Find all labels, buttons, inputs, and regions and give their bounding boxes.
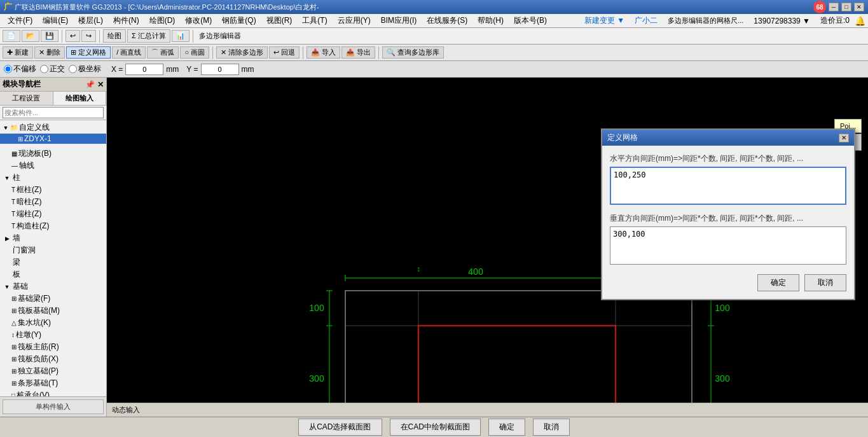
tree-node-pier[interactable]: ↕ 柱墩(Y) (0, 329, 106, 341)
clear-poly-button[interactable]: ✕ 清除多边形 (216, 46, 268, 59)
new-button[interactable]: 📄 (3, 30, 20, 42)
expand-foundation: ▼ (3, 284, 11, 290)
tree-node-foundation[interactable]: ▼ 基础 (0, 281, 106, 293)
tree-node-raft[interactable]: ⊞ 筏板基础(M) (0, 305, 106, 317)
menu-gxiao[interactable]: 广小二 (630, 14, 663, 27)
tree-node-slab[interactable]: ▦ 现浇板(B) (0, 148, 106, 160)
tree-label-board: 板 (13, 269, 20, 280)
menu-version[interactable]: 版本号(B) (509, 14, 552, 27)
tree-node-door[interactable]: 门窗洞 (0, 244, 106, 256)
menu-component[interactable]: 构件(N) (108, 14, 144, 27)
redo-button[interactable]: ↪ (81, 30, 96, 42)
tree-node-board[interactable]: 板 (0, 268, 106, 281)
menu-new-change[interactable]: 新建变更 ▼ (579, 14, 630, 27)
tree-node-axis[interactable]: — 轴线 (0, 160, 106, 172)
menu-file[interactable]: 文件(F) (3, 14, 38, 27)
pin-icon[interactable]: 📌 (85, 80, 95, 89)
polar-option[interactable]: 极坐标 (69, 64, 101, 74)
x-input[interactable] (125, 64, 163, 75)
delete-poly-button[interactable]: ✕ 删除 (34, 46, 65, 59)
query-lib-button[interactable]: 🔍 查询多边形库 (382, 46, 444, 59)
tree-item-label: ZDYX-1 (24, 134, 52, 143)
nav-close-icon[interactable]: ✕ (97, 80, 104, 89)
tree-node-strip[interactable]: ⊞ 条形基础(T) (0, 377, 106, 389)
menu-tools[interactable]: 工具(T) (297, 14, 332, 27)
single-component-btn[interactable]: 单构件输入 (3, 399, 104, 414)
dialog-title: 定义网格 (607, 132, 638, 143)
nav-tabs: 工程设置 绘图输入 (0, 92, 106, 106)
export-button[interactable]: 📤 导出 (341, 46, 375, 59)
tree-node-foundation-beam[interactable]: ⊞ 基础梁(F) (0, 293, 106, 305)
save-button[interactable]: 💾 (41, 30, 59, 42)
svg-text:300: 300 (715, 373, 730, 384)
menu-rebar[interactable]: 钢筋量(Q) (217, 14, 261, 27)
cancel-main-button[interactable]: 取消 (533, 419, 570, 436)
tree-node-sump[interactable]: △ 集水坑(K) (0, 317, 106, 329)
menu-poly-editor[interactable]: 多边形编辑器的网格尺... (663, 15, 748, 27)
open-button[interactable]: 📂 (22, 30, 39, 42)
cad-select-button[interactable]: 从CAD选择截面图 (298, 419, 382, 436)
menu-cloud[interactable]: 云应用(Y) (333, 14, 376, 27)
tab-drawing-input[interactable]: 绘图输入 (53, 92, 107, 105)
tree-node-beam[interactable]: 梁 (0, 256, 106, 268)
menu-modify[interactable]: 修改(M) (180, 14, 217, 27)
titlebar-left: 广 广联达BIM钢筋算量软件 GGJ2013 - [C:\Users\Admin… (4, 1, 319, 13)
report-button[interactable]: 📊 (172, 30, 189, 42)
tree-node-column[interactable]: ▼ 柱 (0, 172, 106, 184)
tree-label-sump: 集水坑(K) (18, 317, 51, 328)
import-button[interactable]: 📥 导入 (307, 46, 340, 59)
undo-draw-button[interactable]: ↩ 回退 (269, 46, 300, 59)
end-col-icon: T (11, 211, 15, 218)
tree-area: ▼ 📁 自定义线 ⊞ ZDYX-1 ▦ 现浇板(B) — 轴线 ▼ (0, 120, 106, 396)
close-button[interactable]: ✕ (854, 3, 864, 11)
dialog-ok-button[interactable]: 确定 (757, 274, 799, 291)
tree-label-raft: 筏板基础(M) (18, 305, 60, 316)
draw-circle-button[interactable]: ○ 画圆 (180, 46, 209, 59)
draw-arc-button[interactable]: ⌒ 画弧 (147, 46, 179, 59)
menu-edit[interactable]: 编辑(E) (38, 14, 73, 27)
tab-project-settings[interactable]: 工程设置 (0, 92, 53, 105)
tree-node-raft-main[interactable]: ⊞ 筏板主筋(R) (0, 341, 106, 353)
sum-button[interactable]: Σ 汇总计算 (127, 29, 170, 43)
confirm-button[interactable]: 确定 (488, 419, 525, 436)
menu-view[interactable]: 视图(R) (261, 14, 298, 27)
menu-online[interactable]: 在线服务(S) (422, 14, 472, 27)
tree-node-pile-cap[interactable]: □ 桩承台(V) (0, 389, 106, 396)
y-input[interactable] (201, 64, 239, 75)
tree-node-dark-col[interactable]: T 暗柱(Z) (0, 196, 106, 208)
menu-help[interactable]: 帮助(H) (472, 14, 509, 27)
menu-bim[interactable]: BIM应用(I) (376, 14, 422, 27)
pile-cap-icon: □ (11, 392, 15, 396)
maximize-button[interactable]: □ (841, 3, 851, 11)
search-input[interactable] (3, 107, 104, 118)
tree-node-struct-col[interactable]: T 构造柱(Z) (0, 220, 106, 232)
menu-floor[interactable]: 楼层(L) (73, 14, 108, 27)
dialog-close-button[interactable]: ✕ (839, 134, 849, 142)
tree-node-wall[interactable]: ▶ 墙 (0, 232, 106, 244)
bottom-panel: 单构件输入 (0, 396, 106, 417)
tree-node-end-col[interactable]: T 端柱(Z) (0, 208, 106, 220)
minimize-button[interactable]: ─ (829, 3, 839, 11)
no-move-option[interactable]: 不偏移 (4, 64, 36, 74)
undo-button[interactable]: ↩ (65, 30, 80, 42)
tree-label-isolated: 独立基础(P) (18, 366, 59, 377)
separator1 (62, 30, 62, 43)
tree-node-frame-col[interactable]: T 框柱(Z) (0, 184, 106, 196)
h-direction-input[interactable]: 100,250 (610, 167, 846, 205)
tree-node-custom-line-header[interactable]: ▼ 📁 自定义线 (0, 121, 106, 134)
orthogonal-option[interactable]: 正交 (40, 64, 65, 74)
draw-button[interactable]: 绘图 (103, 29, 126, 43)
new-poly-button[interactable]: ✚ 新建 (3, 46, 33, 59)
tree-node-zdyx1[interactable]: ⊞ ZDYX-1 (0, 134, 106, 144)
dialog-cancel-button[interactable]: 取消 (804, 274, 846, 291)
tree-node-raft-neg[interactable]: ⊞ 筏板负筋(X) (0, 353, 106, 365)
menu-phone[interactable]: 13907298339 ▼ (748, 15, 815, 27)
menu-draw[interactable]: 绘图(D) (144, 14, 181, 27)
define-grid-button[interactable]: ⊞ 定义网格 (66, 46, 111, 59)
orthogonal-label: 正交 (50, 64, 65, 74)
cad-draw-button[interactable]: 在CAD中绘制截面图 (390, 419, 481, 436)
draw-line-button[interactable]: / 画直线 (112, 46, 146, 59)
tree-node-isolated[interactable]: ⊞ 独立基础(P) (0, 365, 106, 377)
menu-price[interactable]: 造价豆:0 (815, 14, 855, 27)
v-direction-input[interactable]: 300,100 (610, 226, 846, 265)
